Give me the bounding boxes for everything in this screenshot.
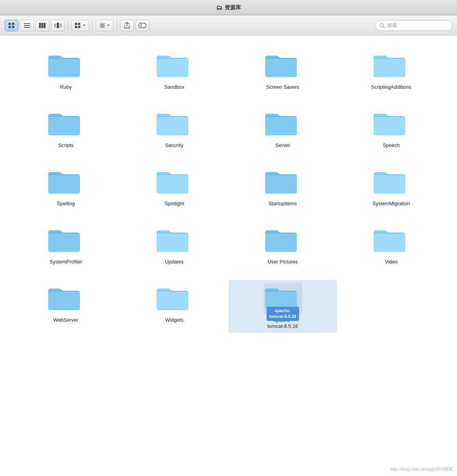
folder-item[interactable]: StartupItems xyxy=(228,164,337,210)
icon-grid: Ruby Sandbox Screen Savers ScriptingAddi… xyxy=(12,47,445,333)
folder-label: SystemMigration xyxy=(372,201,410,207)
svg-rect-7 xyxy=(39,23,41,28)
title-text: 资源库 xyxy=(225,4,241,11)
folder-label: Scripts xyxy=(58,142,74,149)
folder-icon xyxy=(372,50,411,81)
folder-label: SystemProfiler xyxy=(49,259,82,265)
svg-rect-2 xyxy=(8,26,11,28)
folder-icon xyxy=(47,283,85,314)
svg-marker-17 xyxy=(83,25,85,26)
list-view-button[interactable] xyxy=(20,20,34,31)
folder-label: Widgets xyxy=(165,317,183,324)
folder-item[interactable]: Ruby xyxy=(12,47,120,94)
folder-item[interactable]: Security xyxy=(120,105,228,152)
folder-item[interactable]: User Pictures xyxy=(228,222,337,268)
column-view-button[interactable] xyxy=(36,20,49,31)
folder-icon xyxy=(47,50,85,81)
folder-icon xyxy=(47,108,85,139)
folder-label: Speech xyxy=(383,142,399,149)
search-placeholder: 搜索 xyxy=(387,22,397,29)
folder-item[interactable]: SystemMigration xyxy=(337,164,445,210)
svg-rect-12 xyxy=(60,24,62,27)
folder-item[interactable]: WebServer xyxy=(12,280,120,333)
folder-icon xyxy=(372,108,411,139)
folder-icon xyxy=(372,225,411,256)
folder-item[interactable]: Widgets xyxy=(120,280,228,333)
svg-rect-13 xyxy=(75,23,77,25)
svg-rect-5 xyxy=(24,25,30,26)
folder-icon xyxy=(155,167,194,197)
folder-label: Spelling xyxy=(57,201,74,207)
folder-label: Server xyxy=(275,142,290,149)
svg-rect-3 xyxy=(12,26,14,28)
title-bar: 🗂 资源库 xyxy=(0,0,457,15)
folder-item[interactable]: Server xyxy=(228,105,337,152)
separator-3 xyxy=(117,20,117,31)
folder-icon xyxy=(264,225,302,256)
folder-item[interactable]: ScriptingAdditions xyxy=(337,47,445,94)
folder-icon: apache-tomcat-8.5.16 xyxy=(264,283,302,314)
arrange-button[interactable] xyxy=(71,20,89,31)
folder-icon xyxy=(47,225,85,256)
svg-rect-16 xyxy=(78,26,80,28)
folder-icon xyxy=(264,167,302,197)
folder-item[interactable]: apache-tomcat-8.5.16apache-tomcat-8.5.16 xyxy=(228,280,337,333)
share-button[interactable] xyxy=(120,20,134,31)
folder-icon xyxy=(155,50,194,81)
toolbar: 搜索 xyxy=(0,15,457,35)
separator-1 xyxy=(68,20,68,31)
folder-item[interactable]: Updates xyxy=(120,222,228,268)
svg-marker-19 xyxy=(107,25,110,26)
folder-label: WebServer xyxy=(53,317,78,324)
svg-rect-8 xyxy=(41,23,43,28)
watermark: http://blog.csdn.net/q@3i0r0i图客 xyxy=(391,466,453,472)
back-button[interactable] xyxy=(135,20,149,31)
folder-icon xyxy=(155,283,194,314)
folder-icon xyxy=(264,108,302,139)
folder-item[interactable]: Screen Savers xyxy=(228,47,337,94)
folder-label: Updates xyxy=(165,259,183,265)
svg-rect-4 xyxy=(24,23,30,24)
folder-item[interactable]: Scripts xyxy=(12,105,120,152)
folder-label: Sandbox xyxy=(164,84,184,91)
content-area: Ruby Sandbox Screen Savers ScriptingAddi… xyxy=(0,35,457,476)
folder-icon xyxy=(47,167,85,197)
icon-view-button[interactable] xyxy=(5,20,19,31)
folder-label: Security xyxy=(165,142,183,149)
folder-label: Spotlight xyxy=(164,201,184,207)
folder-label: StartupItems xyxy=(269,201,297,207)
svg-rect-14 xyxy=(78,23,80,25)
svg-rect-1 xyxy=(12,23,14,25)
folder-label: Ruby xyxy=(60,84,71,91)
folder-tooltip: apache-tomcat-8.5.16 xyxy=(266,307,299,321)
search-bar[interactable]: 搜索 xyxy=(375,20,452,31)
window-title: 🗂 资源库 xyxy=(216,4,241,11)
action-button[interactable] xyxy=(96,20,113,31)
svg-rect-0 xyxy=(8,23,11,25)
svg-rect-11 xyxy=(57,23,59,28)
folder-icon xyxy=(155,108,194,139)
folder-label: User Pictures xyxy=(267,259,298,265)
svg-rect-9 xyxy=(44,23,46,28)
folder-icon xyxy=(264,50,302,81)
svg-rect-15 xyxy=(75,26,77,28)
separator-2 xyxy=(92,20,93,31)
folder-label: Screen Savers xyxy=(266,84,299,91)
svg-rect-20 xyxy=(139,23,146,28)
svg-point-21 xyxy=(380,23,384,27)
svg-rect-10 xyxy=(54,24,56,27)
folder-item[interactable]: Spelling xyxy=(12,164,120,210)
title-icon: 🗂 xyxy=(216,4,222,11)
folder-item[interactable]: SystemProfiler xyxy=(12,222,120,268)
folder-item[interactable]: Spotlight xyxy=(120,164,228,210)
folder-label: ScriptingAdditions xyxy=(371,84,411,91)
svg-rect-6 xyxy=(24,27,30,28)
folder-item[interactable]: Video xyxy=(337,222,445,268)
folder-item[interactable]: Sandbox xyxy=(120,47,228,94)
folder-icon xyxy=(372,167,411,197)
coverflow-view-button[interactable] xyxy=(51,20,65,31)
svg-point-18 xyxy=(101,24,103,27)
folder-label: Video xyxy=(385,259,398,265)
folder-icon xyxy=(155,225,194,256)
folder-item[interactable]: Speech xyxy=(337,105,445,152)
